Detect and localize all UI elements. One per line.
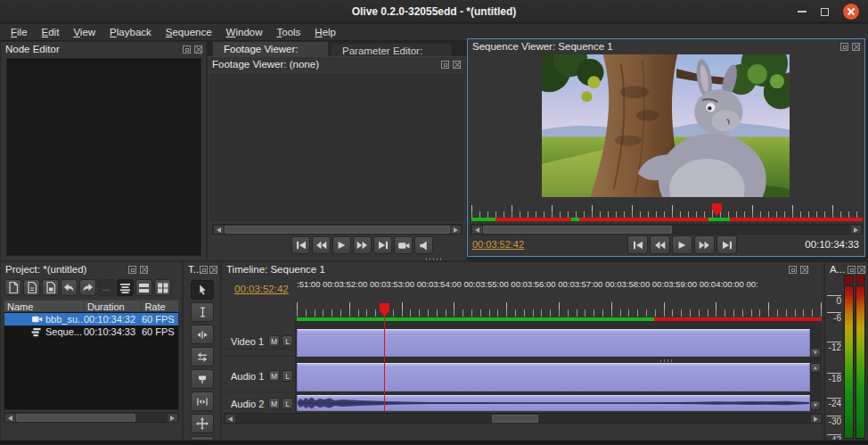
timeline-playhead-line[interactable] xyxy=(384,317,385,411)
go-to-end-button[interactable] xyxy=(373,236,392,254)
menu-window[interactable]: Window xyxy=(219,25,270,39)
slip-tool-button[interactable] xyxy=(191,391,214,411)
clip-indicator-left[interactable] xyxy=(844,275,854,284)
close-panel-icon[interactable] xyxy=(453,61,461,69)
float-panel-icon[interactable] xyxy=(840,43,848,51)
lock-button[interactable]: L xyxy=(282,370,293,382)
fast-forward-button[interactable] xyxy=(694,235,715,254)
menu-playback[interactable]: Playback xyxy=(102,25,159,39)
undo-button[interactable] xyxy=(61,279,78,296)
float-panel-icon[interactable] xyxy=(200,266,208,274)
slide-tool-button[interactable] xyxy=(191,414,214,433)
scroll-right-icon[interactable] xyxy=(854,227,858,233)
fast-forward-button[interactable] xyxy=(353,236,372,254)
menu-tools[interactable]: Tools xyxy=(270,25,308,39)
scroll-right-icon[interactable] xyxy=(454,227,458,233)
play-button[interactable] xyxy=(332,236,351,254)
redo-button[interactable] xyxy=(79,279,96,296)
project-scrollbar[interactable] xyxy=(4,412,179,423)
scroll-right-icon[interactable] xyxy=(170,416,175,421)
tree-view-button[interactable] xyxy=(117,279,134,296)
new-file-button[interactable] xyxy=(4,279,21,296)
lock-button[interactable]: L xyxy=(282,398,293,409)
open-project-button[interactable] xyxy=(23,279,40,296)
scrollbar-thumb[interactable] xyxy=(16,414,135,422)
title-bar[interactable]: Olive 0.2.0-32055edd - *(untitled) xyxy=(0,0,868,23)
timeline-scrollbar[interactable] xyxy=(224,413,823,424)
track-header-audio2[interactable]: Audio 2 M L xyxy=(222,394,295,411)
list-view-button[interactable] xyxy=(135,279,152,296)
column-rate[interactable]: Rate xyxy=(142,301,178,311)
scroll-left-icon[interactable] xyxy=(8,416,12,421)
splitter-handle[interactable] xyxy=(660,359,675,362)
column-name[interactable]: Name xyxy=(4,301,85,311)
audio-toggle-icon[interactable] xyxy=(414,236,433,254)
scrollbar-thumb[interactable] xyxy=(492,415,538,423)
lock-button[interactable]: L xyxy=(282,335,293,347)
scroll-left-icon[interactable] xyxy=(217,227,221,233)
column-duration[interactable]: Duration xyxy=(85,301,142,311)
close-panel-icon[interactable] xyxy=(852,43,860,51)
track-header-video1[interactable]: Video 1 M L xyxy=(222,326,295,357)
audio-clip[interactable] xyxy=(297,363,810,391)
menu-file[interactable]: File xyxy=(4,25,35,39)
mute-button[interactable]: M xyxy=(268,398,280,409)
mute-button[interactable]: M xyxy=(268,370,280,382)
scrollbar-thumb[interactable] xyxy=(225,226,450,234)
viewer-ruler[interactable] xyxy=(471,203,863,218)
razor-tool-button[interactable] xyxy=(191,369,214,389)
menu-sequence[interactable]: Sequence xyxy=(159,25,219,39)
menu-help[interactable]: Help xyxy=(307,25,343,39)
go-to-start-button[interactable] xyxy=(627,235,648,254)
go-to-end-button[interactable] xyxy=(717,235,737,254)
menu-edit[interactable]: Edit xyxy=(35,25,67,39)
close-panel-icon[interactable] xyxy=(800,266,808,274)
minimize-icon[interactable] xyxy=(798,11,807,12)
collapse-track-icon[interactable] xyxy=(810,400,821,410)
float-panel-icon[interactable] xyxy=(183,45,191,54)
mute-button[interactable]: M xyxy=(268,335,280,347)
scroll-left-icon[interactable] xyxy=(228,416,233,422)
rewind-button[interactable] xyxy=(312,236,331,254)
go-to-start-button[interactable] xyxy=(291,236,310,254)
scroll-right-icon[interactable] xyxy=(814,416,818,422)
video-toggle-icon[interactable] xyxy=(394,236,413,254)
timeline-ruler[interactable] xyxy=(297,301,822,317)
ripple-tool-button[interactable] xyxy=(191,325,214,344)
table-row[interactable]: Seque... 00:10:34:33 60 FPS xyxy=(4,326,178,338)
viewer-scrollbar[interactable] xyxy=(471,224,863,235)
menu-view[interactable]: View xyxy=(66,25,102,39)
float-panel-icon[interactable] xyxy=(441,61,449,69)
node-editor-canvas[interactable] xyxy=(6,58,201,256)
table-row[interactable]: bbb_su... 00:10:34:32 60 FPS xyxy=(4,313,178,326)
maximize-icon[interactable] xyxy=(821,8,829,16)
close-panel-icon[interactable] xyxy=(209,266,217,274)
icon-view-button[interactable] xyxy=(154,279,171,296)
tab-parameter-editor[interactable]: Parameter Editor: (none) xyxy=(331,43,452,57)
rolling-tool-button[interactable] xyxy=(191,347,214,367)
footage-viewer-scrollbar[interactable] xyxy=(212,224,463,235)
rewind-button[interactable] xyxy=(650,235,670,254)
viewer-current-timecode[interactable]: 00:03:52:42 xyxy=(472,239,524,250)
edit-tool-button[interactable] xyxy=(191,302,214,322)
save-project-button[interactable] xyxy=(42,279,59,296)
float-panel-icon[interactable] xyxy=(789,266,797,274)
close-icon[interactable] xyxy=(843,4,859,20)
video-clip[interactable] xyxy=(297,329,810,357)
timeline-current-timecode[interactable]: 00:03:52:42 xyxy=(234,284,289,294)
scrollbar-thumb[interactable] xyxy=(483,226,672,234)
tab-footage-viewer[interactable]: Footage Viewer: (none) xyxy=(212,41,329,57)
expand-track-icon[interactable] xyxy=(810,363,821,373)
clip-indicator-right[interactable] xyxy=(856,275,865,284)
float-panel-icon[interactable] xyxy=(128,266,136,274)
collapse-track-icon[interactable] xyxy=(810,348,821,358)
search-more-button[interactable]: ... xyxy=(98,279,115,296)
scroll-left-icon[interactable] xyxy=(475,227,479,233)
close-panel-icon[interactable] xyxy=(857,266,865,274)
pointer-tool-button[interactable] xyxy=(191,280,214,300)
splitter-handle[interactable] xyxy=(426,258,444,260)
audio-clip-waveform[interactable] xyxy=(297,395,810,411)
close-panel-icon[interactable] xyxy=(194,45,202,54)
float-panel-icon[interactable] xyxy=(848,266,856,274)
close-panel-icon[interactable] xyxy=(140,266,148,274)
